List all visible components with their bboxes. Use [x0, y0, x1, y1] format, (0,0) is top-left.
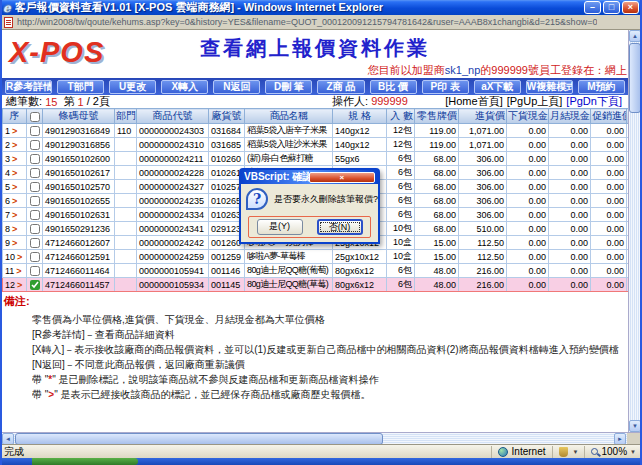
received-mark: >	[12, 224, 17, 234]
page-link-home-first-page[interactable]: [Home首頁]	[445, 95, 502, 107]
received-mark: >	[12, 126, 17, 136]
received-mark: >	[12, 168, 17, 178]
close-button[interactable]: ×	[622, 1, 639, 14]
zoom-segment[interactable]: 100% ▼	[584, 446, 642, 458]
cell-purchase: 216.00	[459, 278, 507, 292]
column-header: 月結現金	[549, 109, 591, 124]
status-bar: 完成 Internet ▼ 100% ▼	[0, 444, 642, 458]
page-current: 1	[78, 96, 84, 108]
ie-window: e 客戶報價資料查看V1.01 [X-POS 雲端商務網] - Windows …	[0, 0, 642, 465]
dialog-close-icon[interactable]: ×	[309, 172, 376, 183]
cell-name: 稻葉5袋入唐辛子米果	[245, 124, 333, 138]
row-checkbox[interactable]	[30, 126, 40, 136]
row-checkbox[interactable]	[30, 182, 40, 192]
cell-checkbox	[27, 236, 43, 250]
scroll-up-icon[interactable]: ▲	[629, 30, 640, 42]
header-checkbox-cell	[27, 109, 43, 124]
cell-dept	[115, 208, 137, 222]
cell-cash: 0.00	[507, 166, 549, 180]
vertical-scroll-thumb[interactable]	[629, 43, 640, 113]
cell-seq: 2>	[3, 138, 27, 152]
toolbar: R參考詳情T部門U更改X轉入N返回D刪 筆Z商 品B比 價P印 表aX下載W複雜…	[2, 78, 628, 95]
row-checkbox[interactable]	[30, 154, 40, 164]
operator: 操作人: 999999	[332, 94, 408, 109]
address-url[interactable]: http://win2008/tw/qoute/kehums.asp?key=0…	[17, 17, 597, 27]
row-checkbox[interactable]	[30, 140, 40, 150]
table-row[interactable]: 12>4712466011457000000010593400114580g迪士…	[3, 278, 629, 292]
operator-value: 999999	[371, 95, 408, 107]
scroll-down-icon[interactable]: ▼	[629, 420, 640, 432]
minimize-button[interactable]: –	[584, 1, 601, 14]
toolbar-button-t-department[interactable]: T部門	[57, 80, 104, 94]
cell-checkbox	[27, 208, 43, 222]
received-mark: >	[17, 280, 22, 290]
toolbar-button-w-complex-mode[interactable]: W複雜模式	[526, 80, 573, 94]
cell-spec: 25gx10x12	[333, 250, 387, 264]
table-row[interactable]: 3>49016501026000000000024211010260(新)扇-白…	[3, 152, 629, 166]
toolbar-button-r-ref-details[interactable]: R參考詳情	[5, 80, 52, 94]
cell-cash: 0.00	[507, 138, 549, 152]
row-checkbox[interactable]	[30, 210, 40, 220]
toolbar-button-ax-download[interactable]: aX下載	[474, 80, 521, 94]
magnifier-icon	[591, 448, 598, 455]
yes-button[interactable]: 是(Y)	[257, 219, 303, 235]
table-row[interactable]: 1>49012903168491100000000024303031684稻葉5…	[3, 124, 629, 138]
page-link-pgup-prev-page[interactable]: [PgUp上頁]	[507, 95, 563, 107]
toolbar-button-u-modify[interactable]: U更改	[109, 80, 156, 94]
cell-barcode: 4712466012591	[43, 250, 115, 264]
row-checkbox[interactable]	[30, 266, 40, 276]
zone-segment: Internet	[491, 446, 552, 458]
row-checkbox[interactable]	[30, 252, 40, 262]
no-button[interactable]: 否(N)	[317, 219, 363, 235]
row-checkbox[interactable]	[30, 238, 40, 248]
login-notice-pre: 您目前以加盟商	[368, 64, 445, 76]
cell-vendor: 031685	[209, 138, 245, 152]
cell-seq: 12>	[3, 278, 27, 292]
page-post: / 2頁	[87, 94, 110, 109]
cell-code: 0000000024341	[137, 222, 209, 236]
toolbar-button-b-compare[interactable]: B比 價	[370, 80, 417, 94]
row-checkbox[interactable]	[30, 196, 40, 206]
globe-icon	[498, 447, 508, 457]
cell-qty: 12包	[387, 138, 415, 152]
toolbar-button-n-return[interactable]: N返回	[213, 80, 260, 94]
table-row[interactable]: 2>49012903168560000000024310031685稻葉5袋入哇…	[3, 138, 629, 152]
horizontal-scrollbar[interactable]: ◄ ►	[2, 432, 640, 444]
cell-promo: 0.00	[591, 180, 627, 194]
toolbar-button-m-reserve[interactable]: M預約	[578, 80, 625, 94]
cell-purchase: 306.00	[459, 180, 507, 194]
table-row[interactable]: 10>47124660125910000000024259001259哆啦A夢-…	[3, 250, 629, 264]
cell-promo: 0.00	[591, 208, 627, 222]
cell-checkbox	[27, 166, 43, 180]
row-checkbox[interactable]	[30, 280, 40, 290]
start-button[interactable]	[32, 458, 138, 465]
cell-monthly: 0.00	[549, 166, 591, 180]
cell-vendor: 001259	[209, 250, 245, 264]
toolbar-button-z-product[interactable]: Z商 品	[317, 80, 364, 94]
column-header: 序	[3, 109, 27, 124]
cell-cash: 0.00	[507, 236, 549, 250]
page-icon	[4, 17, 13, 28]
cell-monthly: 0.00	[549, 138, 591, 152]
cell-retail: 48.00	[415, 278, 459, 292]
select-all-checkbox[interactable]	[30, 112, 40, 122]
row-checkbox[interactable]	[30, 224, 40, 234]
cell-promo: 0.00	[591, 236, 627, 250]
maximize-button[interactable]: □	[603, 1, 620, 14]
row-checkbox[interactable]	[30, 168, 40, 178]
cell-purchase: 112.50	[459, 250, 507, 264]
protected-mode-segment[interactable]: ▼	[552, 446, 585, 458]
note-item: 帶 ">" 是表示已經接收該商品的標記，並已經保存商品檔或廠商歷史報價檔。	[32, 387, 626, 402]
toolbar-button-x-import[interactable]: X轉入	[161, 80, 208, 94]
toolbar-button-d-delete[interactable]: D刪 筆	[265, 80, 312, 94]
toolbar-button-p-print[interactable]: P印 表	[422, 80, 469, 94]
column-header: 條碼母號	[43, 109, 115, 124]
column-header: 規 格	[333, 109, 387, 124]
vertical-scrollbar[interactable]: ▲ ▼	[628, 30, 640, 432]
cell-purchase: 306.00	[459, 208, 507, 222]
cell-barcode: 4901650102600	[43, 152, 115, 166]
page-link-pgdn-next-page[interactable]: [PgDn下頁]	[566, 95, 622, 107]
table-row[interactable]: 11>4712466011464000000010594100114680g迪士…	[3, 264, 629, 278]
column-header: 部門	[115, 109, 137, 124]
cell-promo: 0.00	[591, 194, 627, 208]
